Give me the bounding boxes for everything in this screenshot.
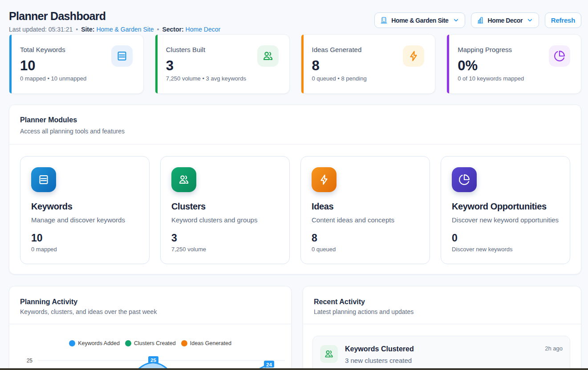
svg-text:25: 25	[27, 358, 33, 364]
svg-text:24: 24	[266, 362, 272, 367]
svg-text:25: 25	[150, 358, 156, 363]
